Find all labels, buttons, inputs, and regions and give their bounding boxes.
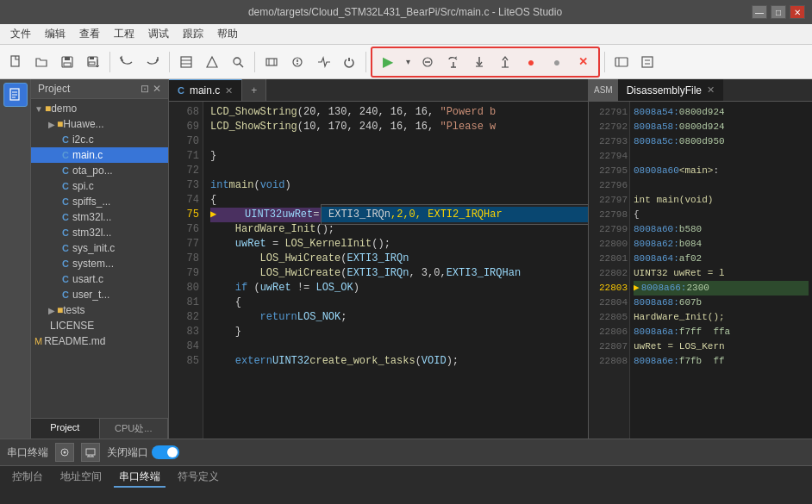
search-button[interactable] xyxy=(226,50,250,74)
power-button[interactable] xyxy=(337,50,361,74)
tree-item-main[interactable]: C main.c xyxy=(31,147,168,163)
asm-line-numbers: 22791 22792 22793 22794 22795 22796 2279… xyxy=(589,102,630,439)
menu-file[interactable]: 文件 xyxy=(3,25,38,43)
save-button[interactable] xyxy=(55,50,79,74)
tree-item-spiffs[interactable]: C spiffs_... xyxy=(31,194,168,209)
close-port-toggle[interactable]: 关闭端口 xyxy=(107,445,179,460)
tab-label-new: + xyxy=(251,84,257,96)
tree-label-huawei: Huawe... xyxy=(63,118,103,130)
tree-item-i2c[interactable]: C i2c.c xyxy=(31,132,168,147)
menu-debug[interactable]: 调试 xyxy=(141,25,176,43)
left-tool-file[interactable] xyxy=(3,83,28,107)
toggle-track[interactable] xyxy=(152,445,179,459)
toolbar-btn-1[interactable] xyxy=(259,50,284,74)
breakpoint-add-button[interactable]: ● xyxy=(519,50,543,74)
toolbar-btn-3[interactable] xyxy=(311,50,335,74)
code-content[interactable]: LCD_ShowString(20, 130, 240, 16, 16, "Po… xyxy=(203,102,588,439)
bottom-tab-serial[interactable]: 串口终端 xyxy=(114,468,166,488)
debug-step-into-button[interactable] xyxy=(467,50,491,74)
asm-line-22806: 8008a6a: f7ff ffa xyxy=(634,325,809,339)
code-line-73: int main(void) xyxy=(210,178,581,193)
asm-line-22801: 8008a64: af02 xyxy=(634,252,809,266)
sidebar-close-icon[interactable]: ✕ xyxy=(153,83,161,95)
open-file-button[interactable] xyxy=(29,50,53,74)
breakpoint-disable-button[interactable]: ● xyxy=(545,50,569,74)
tree-item-spi[interactable]: C spi.c xyxy=(31,178,168,194)
toolbar-sep-2 xyxy=(169,52,170,72)
menu-view[interactable]: 查看 xyxy=(72,25,107,43)
serial-settings-button[interactable] xyxy=(55,443,74,462)
svg-rect-26 xyxy=(615,58,628,66)
tab-label-main: main.c xyxy=(190,84,220,96)
tab-close-main[interactable]: ✕ xyxy=(225,85,233,96)
maximize-button[interactable]: □ xyxy=(771,5,786,19)
serial-monitor-button[interactable] xyxy=(81,443,100,462)
editor-tab-new[interactable]: + xyxy=(242,79,266,101)
minimize-button[interactable]: — xyxy=(752,5,767,19)
menu-trace[interactable]: 跟踪 xyxy=(176,25,210,43)
toolbar-extra-2[interactable] xyxy=(635,50,659,74)
close-button[interactable]: ✕ xyxy=(790,5,805,19)
redo-button[interactable] xyxy=(141,50,165,74)
menu-project[interactable]: 工程 xyxy=(107,25,141,43)
autocomplete-item-1[interactable]: EXTI3_IRQn,2,0, EXTI2_IRQHar xyxy=(322,207,588,222)
editor-tab-main[interactable]: C main.c ✕ xyxy=(169,79,242,101)
debug-step-over-button[interactable] xyxy=(441,50,465,74)
code-line-85: extern UINT32 create_work_tasks(VOID); xyxy=(210,354,581,369)
code-line-77: uwRet = LOS_KernelInit(); xyxy=(210,237,581,252)
asm-line-22795: 08008a60 <main>: xyxy=(634,164,809,178)
asm-line-22799: 8008a60: b580 xyxy=(634,222,809,237)
debug-run-button[interactable]: ▶ xyxy=(376,50,400,74)
code-line-83: } xyxy=(210,325,581,339)
debug-stop-record-button[interactable] xyxy=(415,50,440,74)
sidebar-settings-icon[interactable]: ⊡ xyxy=(141,83,149,95)
tree-item-usart[interactable]: C usart.c xyxy=(31,271,168,287)
toolbar-btn-2[interactable] xyxy=(285,50,309,74)
build-button[interactable] xyxy=(200,50,224,74)
tree-item-usert[interactable]: C user_t... xyxy=(31,287,168,302)
menu-edit[interactable]: 编辑 xyxy=(38,25,72,43)
save-all-button[interactable] xyxy=(81,50,105,74)
tree-item-license[interactable]: LICENSE xyxy=(31,318,168,333)
code-line-70 xyxy=(210,134,581,149)
tree-item-ota[interactable]: C ota_po... xyxy=(31,163,168,178)
breakpoint-clear-button[interactable]: ✕ xyxy=(571,50,595,74)
tree-item-stm2[interactable]: C stm32l... xyxy=(31,225,168,240)
code-line-84 xyxy=(210,339,581,354)
toolbar-extra-1[interactable] xyxy=(609,50,634,74)
menu-help[interactable]: 帮助 xyxy=(210,25,245,43)
tree-item-readme[interactable]: M README.md xyxy=(31,333,168,349)
debug-arrow-marker: ▶ xyxy=(210,208,216,222)
toolbar-sep-4 xyxy=(365,52,366,72)
settings-button[interactable] xyxy=(174,50,198,74)
tree-item-system[interactable]: C system... xyxy=(31,256,168,271)
debug-toolbar-group: ▶ ▾ ● ● ✕ xyxy=(371,47,600,78)
new-file-button[interactable] xyxy=(3,50,28,74)
tree-label-usert: user_t... xyxy=(72,289,109,301)
svg-rect-6 xyxy=(89,62,95,65)
tree-item-tests[interactable]: ▶ ■ tests xyxy=(31,302,168,318)
tree-item-sysinit[interactable]: C sys_init.c xyxy=(31,240,168,256)
bottom-tab-address[interactable]: 地址空间 xyxy=(55,468,107,488)
asm-tab-label: DisassemblyFile xyxy=(627,84,702,96)
svg-rect-28 xyxy=(642,57,653,67)
tree-item-huawei[interactable]: ▶ ■ Huawe... xyxy=(31,116,168,132)
c-icon-spi: C xyxy=(62,181,69,191)
folder-icon-huawei: ■ xyxy=(57,118,63,130)
tab-c-icon: C xyxy=(178,85,184,96)
asm-tab-close[interactable]: ✕ xyxy=(707,84,715,96)
asm-tab-disassembly[interactable]: DisassemblyFile ✕ xyxy=(618,79,723,101)
debug-step-out-button[interactable] xyxy=(493,50,517,74)
sidebar-tab-cpu[interactable]: CPU处... xyxy=(100,419,169,439)
tree-item-stm1[interactable]: C stm32l... xyxy=(31,209,168,225)
tree-label-spiffs: spiffs_... xyxy=(72,196,110,208)
sidebar-tab-project[interactable]: Project xyxy=(31,419,100,439)
tree-item-demo[interactable]: ▼ ■ demo xyxy=(31,101,168,116)
bottom-tab-console[interactable]: 控制台 xyxy=(7,468,48,488)
debug-run-dropdown[interactable]: ▾ xyxy=(402,50,414,74)
bottom-tab-symbols[interactable]: 符号定义 xyxy=(172,468,224,488)
tree-label-i2c: i2c.c xyxy=(72,134,94,146)
c-icon-i2c: C xyxy=(62,134,69,145)
code-line-71: } xyxy=(210,149,581,164)
undo-button[interactable] xyxy=(115,50,139,74)
